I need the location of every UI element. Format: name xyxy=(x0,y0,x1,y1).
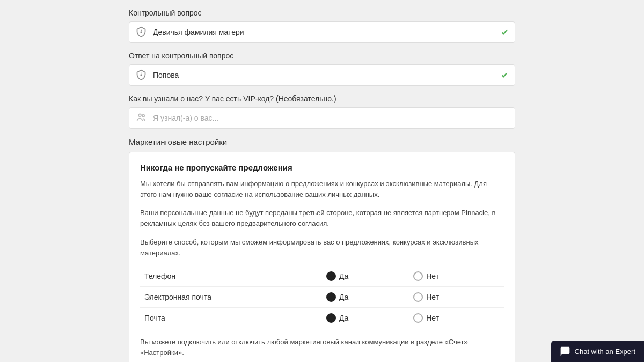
vip-input-row xyxy=(129,107,515,129)
no-radio-2[interactable] xyxy=(413,313,423,323)
security-question-label: Контрольный вопрос xyxy=(129,9,515,17)
no-radio-0[interactable] xyxy=(413,271,423,281)
no-label-2: Нет xyxy=(426,314,439,322)
chat-widget-label: Chat with an Expert xyxy=(575,348,635,356)
marketing-channel-row: Почта Да Нет xyxy=(140,307,504,328)
marketing-paragraph-2: Ваши персональные данные не будут переда… xyxy=(140,208,504,229)
svg-point-4 xyxy=(138,114,141,116)
vip-label: Как вы узнали о нас? У вас есть VIP-код?… xyxy=(129,94,515,103)
yes-radio-2[interactable] xyxy=(326,313,336,323)
vip-input[interactable] xyxy=(153,114,508,122)
marketing-box: Никогда не пропускайте предложения Мы хо… xyxy=(129,152,515,362)
shield-icon-security-a xyxy=(136,69,148,81)
channel-yes-2[interactable]: Да xyxy=(322,307,409,328)
yes-label-1: Да xyxy=(339,293,348,301)
security-question-input-row: Девичья фамилия матери ✔ xyxy=(129,21,515,43)
svg-point-2 xyxy=(140,74,142,76)
svg-point-0 xyxy=(140,31,142,33)
security-answer-input-row: Попова ✔ xyxy=(129,64,515,86)
channel-yes-1[interactable]: Да xyxy=(322,286,409,307)
no-radio-1[interactable] xyxy=(413,292,423,302)
marketing-footer-text: Вы можете подключить или отключить любой… xyxy=(140,337,504,358)
yes-label-2: Да xyxy=(339,314,348,322)
channel-name-2: Почта xyxy=(140,307,322,328)
channel-name-1: Электронная почта xyxy=(140,286,322,307)
marketing-channels-table: Телефон Да Нет Электронная почта Да xyxy=(140,266,504,328)
marketing-channel-row: Телефон Да Нет xyxy=(140,266,504,287)
yes-radio-0[interactable] xyxy=(326,271,336,281)
marketing-channel-row: Электронная почта Да Нет xyxy=(140,286,504,307)
no-label-1: Нет xyxy=(426,293,439,301)
channel-no-1[interactable]: Нет xyxy=(409,286,504,307)
security-answer-check-icon: ✔ xyxy=(501,70,508,80)
channel-no-2[interactable]: Нет xyxy=(409,307,504,328)
marketing-paragraph-1: Мы хотели бы отправлять вам информацию о… xyxy=(140,179,504,200)
marketing-title: Никогда не пропускайте предложения xyxy=(140,163,504,172)
channel-yes-0[interactable]: Да xyxy=(322,266,409,287)
security-question-input[interactable]: Девичья фамилия матери xyxy=(153,28,497,36)
security-question-check-icon: ✔ xyxy=(501,27,508,38)
security-answer-input[interactable]: Попова xyxy=(153,71,497,79)
chat-bubble-icon xyxy=(560,346,570,357)
chat-widget[interactable]: Chat with an Expert xyxy=(551,341,644,362)
yes-radio-1[interactable] xyxy=(326,292,336,302)
people-icon xyxy=(136,112,148,124)
shield-icon-security-q xyxy=(136,26,148,38)
marketing-paragraph-3: Выберите способ, которым мы сможем инфор… xyxy=(140,237,504,258)
marketing-section-title: Маркетинговые настройки xyxy=(129,137,515,146)
svg-point-5 xyxy=(142,115,144,117)
no-label-0: Нет xyxy=(426,272,439,280)
channel-name-0: Телефон xyxy=(140,266,322,287)
channel-no-0[interactable]: Нет xyxy=(409,266,504,287)
yes-label-0: Да xyxy=(339,272,348,280)
security-answer-label: Ответ на контрольный вопрос xyxy=(129,51,515,60)
